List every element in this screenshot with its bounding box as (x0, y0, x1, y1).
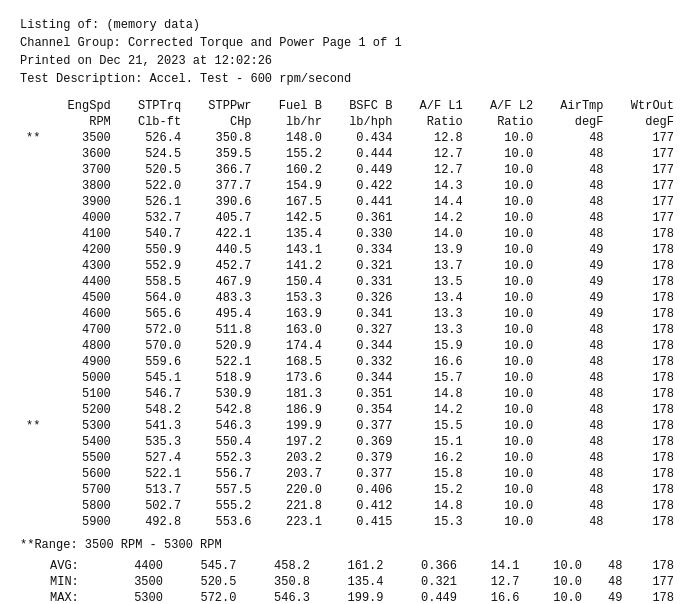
table-cell: 548.2 (117, 402, 187, 418)
col-afl1-1: A/F L1 (398, 98, 468, 114)
header-line3: Printed on Dec 21, 2023 at 12:02:26 (20, 52, 680, 70)
summary-airtmp: 48 (588, 574, 628, 590)
row-marker (20, 146, 46, 162)
table-cell: 13.9 (398, 242, 468, 258)
summary-stptrq: 520.5 (169, 574, 243, 590)
table-row: 5900492.8553.6223.10.41515.310.048178 (20, 514, 680, 530)
table-cell: 553.6 (187, 514, 257, 530)
row-marker (20, 370, 46, 386)
table-cell: 181.3 (258, 386, 328, 402)
table-cell: 5900 (46, 514, 116, 530)
table-cell: 565.6 (117, 306, 187, 322)
row-marker (20, 322, 46, 338)
table-row: 4700572.0511.8163.00.32713.310.048178 (20, 322, 680, 338)
table-cell: 10.0 (469, 450, 539, 466)
table-cell: 550.9 (117, 242, 187, 258)
col-lbhph: lb/hph (328, 114, 398, 130)
table-cell: 0.334 (328, 242, 398, 258)
table-cell: 0.327 (328, 322, 398, 338)
table-cell: 177 (610, 178, 680, 194)
row-marker (20, 210, 46, 226)
table-cell: 5500 (46, 450, 116, 466)
table-cell: 13.4 (398, 290, 468, 306)
table-cell: 0.332 (328, 354, 398, 370)
table-cell: 14.8 (398, 498, 468, 514)
row-marker (20, 482, 46, 498)
row-marker (20, 162, 46, 178)
table-cell: 422.1 (187, 226, 257, 242)
table-cell: 48 (539, 402, 609, 418)
col-ratio-l1: Ratio (398, 114, 468, 130)
table-cell: 10.0 (469, 370, 539, 386)
table-cell: 359.5 (187, 146, 257, 162)
table-row: 4100540.7422.1135.40.33014.010.048178 (20, 226, 680, 242)
table-cell: 48 (539, 498, 609, 514)
row-marker (20, 306, 46, 322)
table-cell: 178 (610, 482, 680, 498)
table-cell: 0.412 (328, 498, 398, 514)
table-cell: 546.3 (187, 418, 257, 434)
table-cell: 535.3 (117, 434, 187, 450)
table-row: 5000545.1518.9173.60.34415.710.048178 (20, 370, 680, 386)
table-cell: 14.0 (398, 226, 468, 242)
table-cell: 154.9 (258, 178, 328, 194)
table-cell: 5300 (46, 418, 116, 434)
summary-row: AVG:4400545.7458.2161.20.36614.110.04817… (20, 558, 680, 574)
table-cell: 15.5 (398, 418, 468, 434)
table-cell: 10.0 (469, 402, 539, 418)
table-cell: 178 (610, 434, 680, 450)
table-cell: 10.0 (469, 258, 539, 274)
table-cell: 4600 (46, 306, 116, 322)
row-marker (20, 178, 46, 194)
table-row: **3500526.4350.8148.00.43412.810.048177 (20, 130, 680, 146)
row-marker (20, 514, 46, 530)
table-cell: 520.9 (187, 338, 257, 354)
table-cell: 178 (610, 370, 680, 386)
table-cell: 178 (610, 514, 680, 530)
summary-bsfc: 0.449 (390, 590, 464, 604)
table-cell: 10.0 (469, 210, 539, 226)
table-cell: 524.5 (117, 146, 187, 162)
table-cell: 572.0 (117, 322, 187, 338)
table-cell: 495.4 (187, 306, 257, 322)
table-row: **5300541.3546.3199.90.37715.510.048178 (20, 418, 680, 434)
table-cell: 203.7 (258, 466, 328, 482)
table-cell: 178 (610, 242, 680, 258)
table-cell: 49 (539, 242, 609, 258)
table-cell: 143.1 (258, 242, 328, 258)
table-cell: 526.1 (117, 194, 187, 210)
table-row: 4200550.9440.5143.10.33413.910.049178 (20, 242, 680, 258)
table-cell: 15.3 (398, 514, 468, 530)
table-cell: 532.7 (117, 210, 187, 226)
table-cell: 160.2 (258, 162, 328, 178)
table-cell: 48 (539, 338, 609, 354)
table-cell: 178 (610, 450, 680, 466)
table-cell: 49 (539, 274, 609, 290)
table-cell: 0.369 (328, 434, 398, 450)
table-cell: 141.2 (258, 258, 328, 274)
table-cell: 0.341 (328, 306, 398, 322)
table-cell: 178 (610, 226, 680, 242)
table-cell: 5000 (46, 370, 116, 386)
report-header: Listing of: (memory data) Channel Group:… (20, 16, 680, 88)
summary-rpm: 4400 (106, 558, 168, 574)
table-cell: 350.8 (187, 130, 257, 146)
table-cell: 0.361 (328, 210, 398, 226)
row-marker (20, 450, 46, 466)
summary-airtmp: 48 (588, 558, 628, 574)
col-chp: CHp (187, 114, 257, 130)
row-marker: ** (20, 130, 46, 146)
table-row: 4400558.5467.9150.40.33113.510.049178 (20, 274, 680, 290)
table-row: 5200548.2542.8186.90.35414.210.048178 (20, 402, 680, 418)
table-cell: 5800 (46, 498, 116, 514)
table-cell: 142.5 (258, 210, 328, 226)
table-cell: 12.7 (398, 146, 468, 162)
table-cell: 178 (610, 402, 680, 418)
summary-airtmp: 49 (588, 590, 628, 604)
table-row: 3800522.0377.7154.90.42214.310.048177 (20, 178, 680, 194)
table-cell: 153.3 (258, 290, 328, 306)
table-cell: 10.0 (469, 434, 539, 450)
table-cell: 0.321 (328, 258, 398, 274)
table-cell: 199.9 (258, 418, 328, 434)
table-cell: 178 (610, 290, 680, 306)
